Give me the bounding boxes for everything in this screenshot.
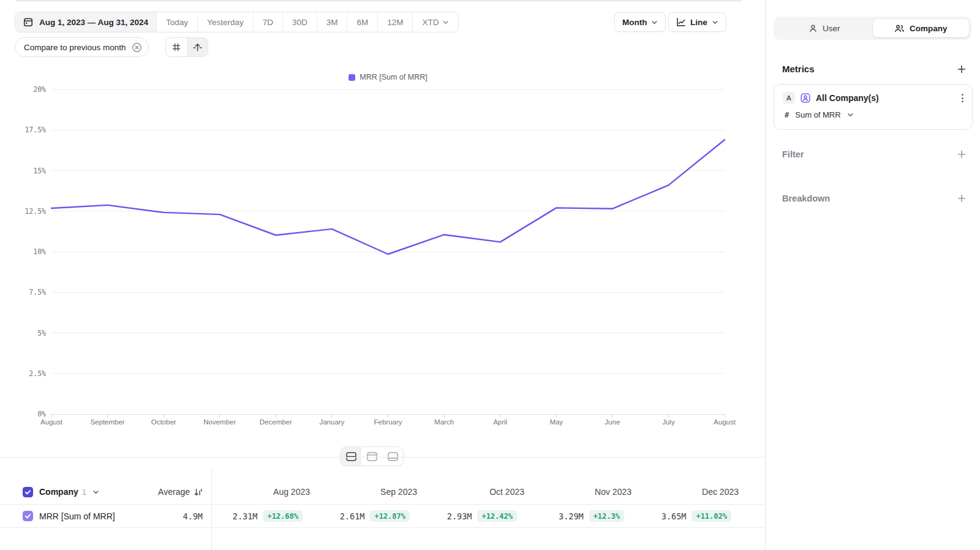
average-label: Average (158, 487, 190, 497)
x-axis-tick (444, 414, 445, 418)
month-column-header[interactable]: Sep 2023 (318, 487, 426, 497)
y-axis-label: 15% (0, 167, 46, 175)
cell-value: 3.65M (662, 511, 687, 521)
aggregation-select[interactable]: # Sum of MRR (785, 110, 854, 119)
month-cell: 3.29M+12.3% (533, 510, 640, 522)
tab-user[interactable]: User (776, 19, 873, 37)
delta-badge: +12.42% (477, 510, 517, 522)
breakdown-section-header: Breakdown (782, 194, 967, 203)
metrics-title: Metrics (782, 64, 815, 74)
x-axis-label: August (714, 418, 736, 426)
results-table: Company 1 Average Aug 2023Sep 2023Oct 20… (0, 458, 765, 550)
x-axis-label: October (151, 418, 176, 426)
average-column-header[interactable]: Average (158, 487, 203, 497)
granularity-label: Month (622, 18, 647, 27)
chevron-down-icon (651, 19, 658, 26)
x-axis-label: May (549, 418, 563, 426)
add-filter-button[interactable] (957, 149, 967, 159)
month-column-header[interactable]: Nov 2023 (533, 487, 640, 497)
y-axis-label: 7.5% (0, 288, 46, 296)
preset-12m[interactable]: 12M (377, 12, 412, 32)
query-card-edge (15, 0, 743, 1)
month-cell: 2.61M+12.87% (318, 510, 426, 522)
tab-company-label: Company (910, 24, 948, 33)
metric-card[interactable]: A All Company(s) # Sum of MRR (774, 84, 973, 130)
mrr-line-series (51, 89, 725, 414)
chevron-down-icon[interactable] (92, 489, 99, 495)
config-sidebar: User Company Metrics A (766, 0, 980, 550)
preset-today[interactable]: Today (156, 12, 197, 32)
preset-7d[interactable]: 7D (253, 12, 282, 32)
month-column-header[interactable]: Dec 2023 (640, 487, 747, 497)
cell-value: 2.31M (233, 511, 258, 521)
legend-label: MRR [Sum of MRR] (360, 73, 427, 81)
x-axis-label: June (605, 418, 620, 426)
x-axis-label: November (203, 418, 236, 426)
grid-icon (172, 42, 181, 52)
metrics-section-header: Metrics (782, 64, 967, 74)
delta-badge: +12.87% (370, 510, 410, 522)
sort-icon (194, 488, 203, 497)
table-header-row: Company 1 Average Aug 2023Sep 2023Oct 20… (0, 480, 765, 505)
company-icon (894, 24, 905, 33)
preset-yesterday[interactable]: Yesterday (197, 12, 253, 32)
remove-compare-icon[interactable] (132, 42, 142, 53)
y-axis-label: 17.5% (0, 126, 46, 134)
y-axis-label: 5% (0, 329, 46, 337)
date-range-picker[interactable]: Aug 1, 2023 — Aug 31, 2024 (15, 12, 156, 32)
preset-6m[interactable]: 6M (347, 12, 377, 32)
row-checkbox[interactable] (23, 511, 33, 521)
percent-growth-toggle[interactable] (187, 38, 208, 56)
entity-switcher: User Company (774, 17, 971, 40)
x-axis-tick (500, 414, 500, 418)
aggregation-label: Sum of MRR (795, 110, 840, 119)
chart-type-label: Line (690, 18, 707, 27)
granularity-select[interactable]: Month (614, 12, 666, 32)
main-panel: Aug 1, 2023 — Aug 31, 2024 TodayYesterda… (0, 0, 765, 550)
line-chart-icon (676, 17, 686, 27)
grid-values-toggle[interactable] (166, 38, 187, 56)
cell-value: 2.61M (340, 511, 365, 521)
cell-value: 3.29M (559, 511, 584, 521)
month-column-header[interactable]: Aug 2023 (211, 487, 318, 497)
preset-3m[interactable]: 3M (317, 12, 347, 32)
x-axis-label: December (260, 418, 292, 426)
entity-column-header[interactable]: Company (39, 487, 78, 497)
x-axis-label: March (434, 418, 454, 426)
month-column-header[interactable]: Oct 2023 (426, 487, 533, 497)
date-range-group: Aug 1, 2023 — Aug 31, 2024 TodayYesterda… (15, 12, 459, 32)
x-axis-label: January (319, 418, 344, 426)
tab-company[interactable]: Company (873, 19, 970, 37)
delta-badge: +12.3% (589, 510, 624, 522)
month-cell: 2.31M+12.68% (211, 510, 318, 522)
x-axis-tick (276, 414, 276, 418)
compare-label: Compare to previous month (24, 43, 126, 52)
chart-type-select[interactable]: Line (668, 12, 726, 32)
x-axis-tick (219, 414, 220, 418)
table-row[interactable]: MRR [Sum of MRR] 4.9M 2.31M+12.68%2.61M+… (0, 505, 765, 528)
x-axis-tick (668, 414, 669, 418)
add-breakdown-button[interactable] (957, 194, 967, 203)
month-cell: 2.93M+12.42% (426, 510, 533, 522)
x-axis-tick (612, 414, 612, 418)
preset-xtd[interactable]: XTD (412, 12, 458, 32)
line-chart[interactable]: 0%2.5%5%7.5%10%12.5%15%17.5%20%AugustSep… (0, 89, 765, 432)
preset-30d[interactable]: 30D (282, 12, 317, 32)
metric-letter-badge: A (783, 92, 795, 104)
company-badge-icon (800, 92, 811, 104)
delta-badge: +11.02% (692, 510, 731, 522)
metric-menu-button[interactable] (959, 91, 966, 105)
user-icon (809, 24, 818, 33)
select-all-checkbox[interactable] (23, 487, 33, 497)
legend-swatch (349, 74, 355, 81)
y-axis-label: 0% (0, 410, 46, 418)
filter-section-header: Filter (782, 149, 967, 159)
add-metric-button[interactable] (957, 64, 967, 74)
compare-chip[interactable]: Compare to previous month (15, 37, 149, 57)
month-cell: 3.65M+11.02% (640, 510, 747, 522)
y-axis-label: 2.5% (0, 369, 46, 378)
y-axis-label: 20% (0, 85, 46, 94)
x-axis-tick (51, 414, 52, 418)
x-axis-label: September (90, 418, 124, 426)
chevron-down-icon (712, 19, 718, 26)
